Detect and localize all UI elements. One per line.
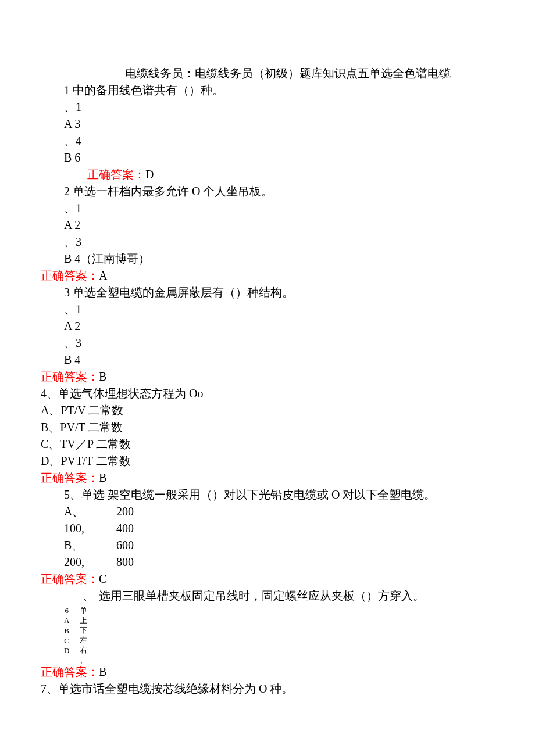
q6-opt-col: 单 上 下 左 右 、 bbox=[80, 607, 87, 664]
q2-answer: 正确答案：A bbox=[41, 267, 494, 284]
q5-row3: B、 600 bbox=[41, 537, 494, 554]
q4-optD: D、PVT/T 二常数 bbox=[41, 453, 494, 470]
q6-idx-2: B bbox=[64, 627, 69, 635]
q4-optB: B、PV/T 二常数 bbox=[41, 419, 494, 436]
q3-answer: 正确答案：B bbox=[41, 368, 494, 385]
q6-idx-0: 6 bbox=[64, 607, 69, 614]
q2-answer-val: A bbox=[99, 269, 107, 282]
q2-line: 2 单选一杆档内最多允许 O 个人坐吊板。 bbox=[41, 183, 494, 200]
q3-opt-B: B 4 bbox=[41, 352, 494, 368]
q5-row1: A、 200 bbox=[41, 503, 494, 520]
q6-idx-4: D bbox=[64, 647, 69, 654]
title-text: 电缆线务员：电缆线务员（初级）题库知识点五单选全色谱电缆 bbox=[125, 67, 451, 80]
q1-text: 中的备用线色谱共有（）种。 bbox=[73, 84, 224, 96]
q3-answer-label: 正确答案： bbox=[41, 370, 99, 383]
q1-wrap: 1 中的备用线色谱共有（）种。 bbox=[41, 82, 494, 99]
q5-answer-val: C bbox=[99, 572, 106, 585]
q4-answer: 正确答案：B bbox=[41, 470, 494, 486]
q1-opt-B: B 6 bbox=[41, 149, 494, 166]
q3-opt-2: 、3 bbox=[41, 335, 494, 352]
q1-opt-1: 、1 bbox=[41, 99, 494, 116]
q1-answer-val: D bbox=[145, 168, 154, 181]
q1-answer-label: 正确答案： bbox=[87, 168, 145, 181]
document-page: 电缆线务员：电缆线务员（初级）题库知识点五单选全色谱电缆 1 中的备用线色谱共有… bbox=[0, 0, 535, 721]
q6-comma: 、 bbox=[41, 587, 99, 604]
q6-idx-1: A bbox=[64, 617, 69, 624]
q5-answer-label: 正确答案： bbox=[41, 572, 99, 585]
q5-r3r: 600 bbox=[116, 537, 134, 554]
q1-opt-A: A 3 bbox=[41, 116, 494, 132]
q4-optC: C、TV／P 二常数 bbox=[41, 436, 494, 453]
q6-opts: 6 A B C D 单 上 下 左 右 、 bbox=[41, 604, 494, 664]
q6-answer-label: 正确答案： bbox=[41, 665, 99, 678]
q2-opt-1: 、1 bbox=[41, 200, 494, 217]
q5-row4: 200, 800 bbox=[41, 554, 494, 571]
q6-answer: 正确答案：B bbox=[41, 664, 494, 680]
q2-opt-2: 、3 bbox=[41, 234, 494, 250]
q6-opt-4: 右 bbox=[80, 646, 87, 654]
q3-line: 3 单选全塑电缆的金属屏蔽层有（）种结构。 bbox=[41, 284, 494, 301]
q4-answer-val: B bbox=[99, 471, 106, 484]
q6-opt-3: 左 bbox=[80, 636, 87, 644]
q5-r3l: B、 bbox=[41, 537, 116, 554]
q6-opt-0: 单 bbox=[80, 607, 87, 614]
q2-answer-label: 正确答案： bbox=[41, 269, 99, 282]
q1-num: 1 bbox=[64, 84, 70, 96]
q5-row2: 100, 400 bbox=[41, 520, 494, 537]
q6-intro: 选用三眼单槽夹板固定吊线时，固定螺丝应从夹板（）方穿入。 bbox=[99, 587, 425, 604]
title-line: 电缆线务员：电缆线务员（初级）题库知识点五单选全色谱电缆 bbox=[41, 65, 494, 82]
q6-idx-col: 6 A B C D bbox=[64, 607, 69, 654]
q5-r2r: 400 bbox=[116, 520, 134, 537]
q2-opt-A: A 2 bbox=[41, 217, 494, 234]
q4-line: 4、单选气体理想状态方程为 Oo bbox=[41, 385, 494, 402]
q6-container: 、 选用三眼单槽夹板固定吊线时，固定螺丝应从夹板（）方穿入。 6 A B C D… bbox=[41, 587, 494, 664]
q6-opt-5: 、 bbox=[80, 656, 87, 664]
q3-answer-val: B bbox=[99, 370, 106, 383]
q5-r4r: 800 bbox=[116, 554, 134, 571]
q6-answer-val: B bbox=[99, 665, 106, 678]
q3-opt-1: 、1 bbox=[41, 301, 494, 318]
q5-r4l: 200, bbox=[41, 554, 116, 571]
q1-answer: 正确答案：D bbox=[41, 166, 494, 183]
q6-idx-3: C bbox=[64, 637, 69, 644]
q5-r1l: A、 bbox=[41, 503, 116, 520]
q5-r1r: 200 bbox=[116, 503, 134, 520]
q6-opt-1: 上 bbox=[80, 617, 87, 624]
q6-intro-row: 、 选用三眼单槽夹板固定吊线时，固定螺丝应从夹板（）方穿入。 bbox=[41, 587, 494, 604]
q7-line: 7、单选市话全塑电缆按芯线绝缘材料分为 O 种。 bbox=[41, 680, 494, 697]
q5-answer: 正确答案：C bbox=[41, 571, 494, 587]
q4-answer-label: 正确答案： bbox=[41, 471, 99, 484]
q6-opt-2: 下 bbox=[80, 626, 87, 634]
q5-line: 5、单选 架空电缆一般采用（）对以下光铅皮电缆或 O 对以下全塑电缆。 bbox=[41, 486, 494, 503]
q2-opt-B: B 4（江南博哥） bbox=[41, 250, 494, 267]
q1-opt-2: 、4 bbox=[41, 132, 494, 149]
q3-opt-A: A 2 bbox=[41, 318, 494, 335]
q4-optA: A、PT/V 二常数 bbox=[41, 402, 494, 419]
q5-r2l: 100, bbox=[41, 520, 116, 537]
